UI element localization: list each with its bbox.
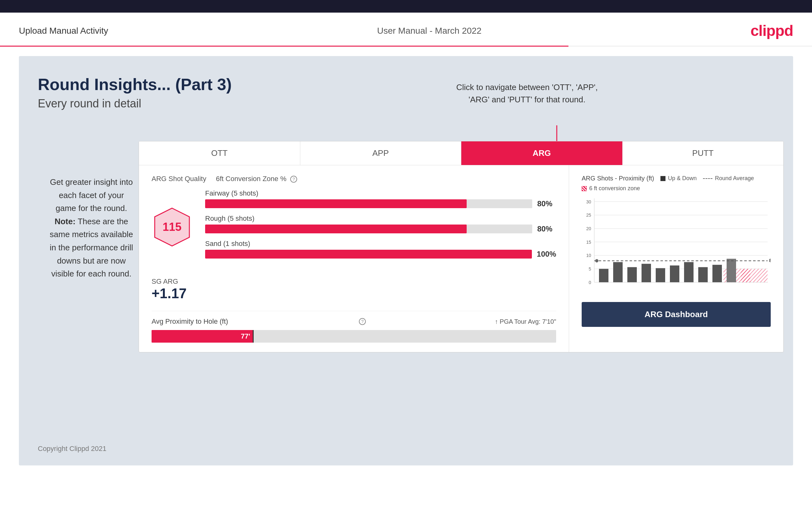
- proximity-bar-fill: 77': [152, 330, 253, 343]
- bar-fill-rough: [205, 225, 467, 233]
- desc-note: Note:: [54, 217, 75, 226]
- legend-round-avg-label: Round Average: [715, 175, 754, 182]
- chart-area: 0 5 10 15 20 25 30: [582, 195, 771, 296]
- svg-text:10: 10: [586, 253, 591, 258]
- sg-section: SG ARG +1.17: [152, 277, 556, 301]
- arg-dashboard-button[interactable]: ARG Dashboard: [582, 302, 771, 327]
- desc-line4: These are the: [75, 217, 128, 226]
- page-title: Round Insights... (Part 3): [38, 75, 774, 94]
- proximity-value: 77': [241, 332, 250, 340]
- hex-score: 115: [152, 207, 193, 247]
- desc-line3: game for the round.: [56, 204, 127, 213]
- shot-row-rough: Rough (5 shots) 80%: [205, 215, 556, 233]
- copyright-text: Copyright Clippd 2021: [38, 445, 106, 453]
- svg-text:30: 30: [586, 199, 591, 204]
- chart-header: ARG Shots - Proximity (ft) Up & Down Rou…: [582, 175, 771, 182]
- bar-pct-rough: 80%: [537, 225, 556, 233]
- legend-round-avg: Round Average: [703, 175, 754, 182]
- left-description: Get greater insight into each facet of y…: [38, 176, 145, 281]
- card-body: ARG Shot Quality 6ft Conversion Zone % ?…: [139, 165, 783, 352]
- bar-bg-sand: [205, 250, 532, 259]
- svg-rect-22: [613, 262, 623, 282]
- bar-bg-rough: [205, 225, 532, 233]
- arg-shot-quality-label: ARG Shot Quality: [152, 175, 206, 183]
- tab-app[interactable]: APP: [300, 142, 462, 165]
- legend-dashed-icon: [703, 178, 712, 179]
- svg-text:25: 25: [586, 213, 591, 218]
- desc-line7: downs but are now: [57, 256, 126, 266]
- conversion-zone-label: 6ft Conversion Zone %: [216, 175, 287, 183]
- page-breadcrumb: User Manual - March 2022: [377, 26, 481, 36]
- logo-area: clippd: [751, 22, 793, 39]
- svg-rect-28: [698, 267, 708, 282]
- desc-line1: Get greater insight into: [50, 177, 133, 187]
- svg-rect-30: [727, 259, 736, 282]
- score-value: 115: [163, 220, 182, 234]
- svg-text:0: 0: [589, 280, 591, 285]
- nav-annotation: Click to navigate between 'OTT', 'APP','…: [456, 81, 598, 106]
- bar-fill-sand: [205, 250, 532, 259]
- legend-conversion: 6 ft conversion zone: [582, 185, 771, 192]
- shot-row-fairway: Fairway (5 shots) 80%: [205, 189, 556, 208]
- shot-row-sand: Sand (1 shots) 100%: [205, 240, 556, 259]
- legend-conversion-label: 6 ft conversion zone: [589, 185, 640, 192]
- page-subtitle: Every round in detail: [38, 97, 774, 110]
- proximity-bar: 77': [152, 330, 556, 343]
- tab-putt[interactable]: PUTT: [623, 142, 783, 165]
- right-panel: ARG Shots - Proximity (ft) Up & Down Rou…: [569, 165, 783, 352]
- header: Upload Manual Activity User Manual - Mar…: [0, 13, 812, 46]
- bar-bg-fairway: [205, 199, 532, 208]
- bar-pct-sand: 100%: [537, 250, 556, 259]
- proximity-label: Avg Proximity to Hole (ft): [152, 318, 228, 326]
- main-content: Round Insights... (Part 3) Every round i…: [19, 56, 793, 465]
- svg-point-33: [595, 259, 598, 263]
- left-panel: ARG Shot Quality 6ft Conversion Zone % ?…: [139, 165, 569, 352]
- bar-pct-fairway: 80%: [537, 199, 556, 208]
- proximity-header: Avg Proximity to Hole (ft) ? ↑ PGA Tour …: [152, 318, 556, 326]
- svg-rect-29: [712, 265, 722, 282]
- desc-line8: visible for each round.: [51, 269, 132, 278]
- annotation-text: Click to navigate between 'OTT', 'APP','…: [456, 82, 598, 104]
- svg-text:20: 20: [586, 226, 591, 231]
- top-bar: [0, 0, 812, 13]
- proximity-section: Avg Proximity to Hole (ft) ? ↑ PGA Tour …: [152, 311, 556, 343]
- desc-line6: in the performance drill: [50, 243, 133, 252]
- cursor-line: [253, 330, 254, 343]
- chart-title: ARG Shots - Proximity (ft): [582, 175, 654, 182]
- svg-text:8: 8: [769, 258, 771, 263]
- svg-rect-26: [670, 266, 679, 282]
- panel-header-row: ARG Shot Quality 6ft Conversion Zone % ?: [152, 175, 556, 183]
- tab-bar: OTT APP ARG PUTT: [139, 142, 783, 165]
- shot-label-sand: Sand (1 shots): [205, 240, 556, 248]
- svg-rect-21: [599, 269, 608, 282]
- hexagon-score-section: 115 Fairway (5 shots) 80%: [152, 189, 556, 265]
- legend-hatched-icon: [582, 186, 587, 191]
- proximity-help-icon[interactable]: ?: [359, 318, 366, 325]
- shot-label-fairway: Fairway (5 shots): [205, 189, 556, 198]
- tab-arg[interactable]: ARG: [461, 142, 623, 165]
- header-divider: [0, 46, 812, 47]
- desc-line2: each facet of your: [59, 190, 124, 200]
- legend-updown: Up & Down: [660, 175, 697, 182]
- desc-line5: same metrics available: [50, 230, 133, 239]
- svg-rect-23: [627, 267, 637, 282]
- svg-rect-27: [684, 262, 694, 282]
- shot-quality-bars: Fairway (5 shots) 80% Rough (5 shots): [205, 189, 556, 265]
- footer: Copyright Clippd 2021: [38, 445, 106, 453]
- pga-avg: ↑ PGA Tour Avg: 7'10": [495, 318, 556, 325]
- svg-rect-25: [656, 268, 665, 282]
- help-icon[interactable]: ?: [290, 176, 297, 183]
- legend-square-icon: [660, 176, 665, 181]
- tab-ott[interactable]: OTT: [139, 142, 300, 165]
- legend-updown-label: Up & Down: [668, 175, 697, 182]
- shot-label-rough: Rough (5 shots): [205, 215, 556, 223]
- svg-rect-24: [642, 264, 651, 282]
- sg-label: SG ARG: [152, 277, 556, 286]
- clippd-logo: clippd: [751, 22, 793, 39]
- svg-rect-31: [741, 269, 750, 282]
- sg-value: +1.17: [152, 286, 556, 301]
- bar-fill-fairway: [205, 199, 467, 208]
- svg-text:15: 15: [586, 239, 591, 245]
- insights-card: OTT APP ARG PUTT ARG Shot Quality 6ft Co…: [139, 141, 783, 352]
- upload-link[interactable]: Upload Manual Activity: [19, 26, 108, 36]
